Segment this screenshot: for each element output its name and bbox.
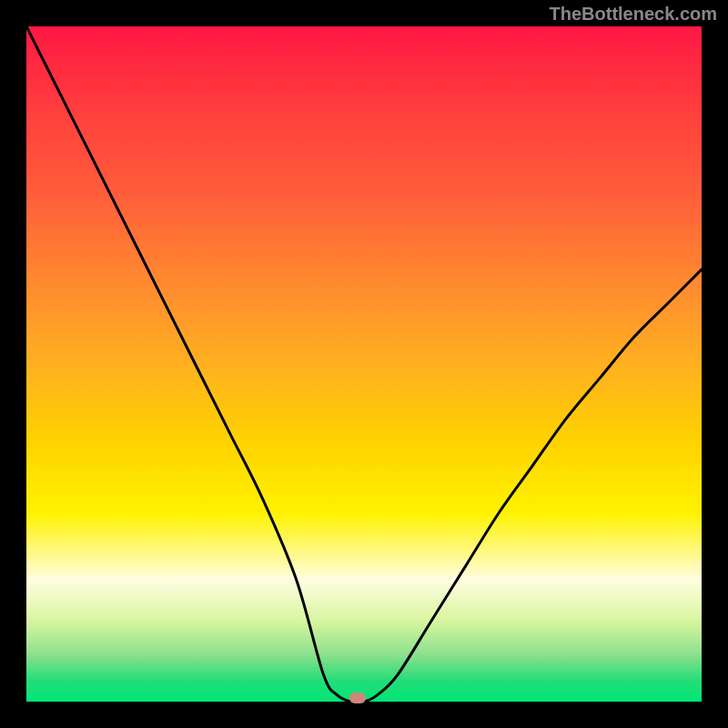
chart-container: TheBottleneck.com xyxy=(0,0,728,728)
plot-area xyxy=(26,26,702,702)
optimum-marker xyxy=(349,693,366,703)
bottleneck-curve xyxy=(26,26,702,702)
watermark-text: TheBottleneck.com xyxy=(550,4,717,25)
